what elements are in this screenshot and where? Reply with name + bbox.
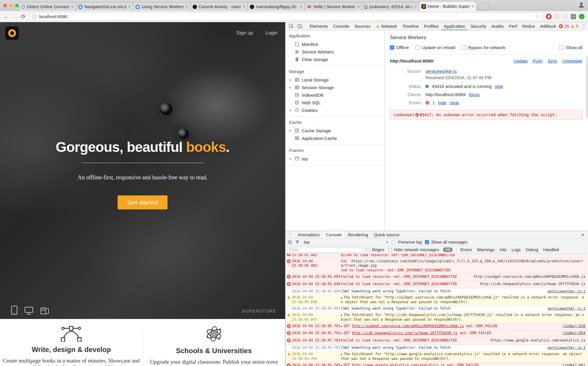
tab-close-icon[interactable]: ✕ [128,5,131,9]
drawer-tab-animations[interactable]: Animations [295,231,322,238]
device-toolbar-icon[interactable] [296,24,304,28]
devtools-tab-audits[interactable]: Audits [489,22,506,30]
console-source-link[interactable]: (index):654 [558,331,585,336]
warning-badge-icon[interactable] [570,25,575,28]
console-source-link[interactable]: http://cdn.heapanalytics.com/js/heap-197… [476,282,585,287]
execution-context-selector[interactable]: top ▼ [303,240,389,244]
bookmark-star-icon[interactable]: ☆ [535,13,540,20]
devtools-tab-timeline[interactable]: Timeline [400,22,421,30]
browser-tab-navigatoronline-onli[interactable]: NavigatorOnLine.onLine - Web✕ [76,2,133,11]
devtools-tab-security[interactable]: Security [468,22,489,30]
console-source-link[interactable]: serviceworker.js:1 [543,346,585,350]
sidebar-item-manifest[interactable]: Manifest [285,40,384,48]
push-link[interactable]: Push [533,58,542,63]
console-source-link[interactable]: (index):661 [558,363,585,366]
get-started-button[interactable]: Get started [118,195,168,209]
upload-extension-icon[interactable]: ↑ [579,14,584,19]
extension-icon[interactable] [563,14,568,19]
error-badge-icon[interactable] [559,24,563,28]
devtools-tab-perf[interactable]: Perf [506,22,520,30]
browser-tab-using-service-worker[interactable]: Using Service Workers - Web✕ [133,2,191,11]
unregister-link[interactable]: Unregister [562,58,582,63]
clear-link[interactable]: clear [450,100,459,105]
sidebar-item-cache-storage[interactable]: ▸Cache Storage [285,127,384,134]
devtools-tab-sources[interactable]: Sources [352,22,373,30]
offline-checkbox[interactable]: ✓ [390,45,394,50]
devtools-tab-elements[interactable]: Elements [307,22,331,30]
tab-close-icon[interactable]: ✕ [242,5,245,9]
level-filter-errors[interactable]: Errors [460,247,472,252]
browser-tab-detect-online-connec[interactable]: Detect Online Connection with✕ [19,2,76,11]
error-count[interactable]: 25 [564,24,569,29]
browser-tab-home-bubblin-superbo[interactable]: Home - Bubblin Superbooks |✕ [419,1,477,11]
source-file-link[interactable]: serviceworker.js [425,69,457,74]
back-button[interactable]: ← [4,13,9,20]
tab-close-icon[interactable]: ✕ [300,5,303,9]
extension-icon[interactable] [554,14,560,19]
page-info-icon[interactable]: i [32,14,37,19]
sidebar-item-web-sql[interactable]: Web SQL [285,99,384,106]
devtools-menu-icon[interactable]: ⋮ [580,23,587,29]
browser-tab-hello-service-worker[interactable]: MHello | Service Workers + Rails✕ [305,2,362,11]
devtools-tab-adblock[interactable]: AdBlock [538,22,559,30]
filter-input[interactable] [288,247,362,253]
drawer-close-icon[interactable]: ✕ [577,231,588,238]
sidebar-item-cookies[interactable]: ▸Cookies [285,106,384,114]
sign-up-link[interactable]: Sign up [236,30,253,36]
browser-tab-commit-activity-marv[interactable]: Commit Activity · marvindanig✕ [190,2,248,11]
tab-close-icon[interactable]: ✕ [414,5,417,9]
expand-triangle-icon[interactable]: ▶ [341,314,342,317]
adblock-icon[interactable] [546,14,552,19]
update-on-reload-checkbox[interactable]: ✓ [415,45,420,50]
filter-funnel-icon[interactable] [295,240,299,244]
new-tab-button[interactable] [478,3,490,10]
sync-link[interactable]: Sync [547,58,557,63]
tab-close-icon[interactable]: ✕ [471,4,474,8]
drawer-tab-console[interactable]: Console [322,231,345,238]
warning-count[interactable]: 5 [576,24,578,29]
level-filter-logs[interactable]: Logs [512,247,521,252]
console-source-link[interactable]: serviceworker.js:1 [543,289,585,294]
update-link[interactable]: Update [514,58,528,63]
forward-button[interactable]: → [12,13,18,20]
url-text[interactable]: localhost:8080 [39,14,67,19]
sidebar-item-local-storage[interactable]: ▸Local Storage [285,76,384,84]
scrollbar[interactable] [587,57,587,118]
filter-all-pill[interactable]: All [443,247,453,252]
sidebar-item-service-workers[interactable]: Service Workers [285,48,384,55]
share-extension-icon[interactable]: ↗ [571,14,576,19]
expand-triangle-icon[interactable]: ▶ [341,296,342,299]
devtools-tab-network[interactable]: Network [373,22,400,30]
profile-icon[interactable] [578,1,584,9]
show-all-checkbox[interactable]: ✓ [559,45,564,50]
expand-triangle-icon[interactable]: ▶ [341,364,342,366]
expand-triangle-icon[interactable]: ▶ [341,353,342,356]
sidebar-item-session-storage[interactable]: ▸Session Storage [285,84,384,91]
tab-close-icon[interactable]: ✕ [185,5,188,9]
hide-network-checkbox[interactable]: ✓ [388,248,392,252]
stop-link[interactable]: stop [495,84,503,89]
zoom-window-button[interactable] [15,4,19,7]
focus-link[interactable]: focus [469,92,479,97]
devtools-tab-profiles[interactable]: Profiles [421,22,441,30]
level-filter-handled[interactable]: Handled [543,247,559,252]
bubblin-logo[interactable] [5,26,19,40]
minimize-window-button[interactable] [9,4,13,7]
close-window-button[interactable] [4,4,7,7]
tab-close-icon[interactable]: ✕ [357,5,360,9]
sidebar-item-application-cache[interactable]: Application Cache [285,134,384,142]
expand-triangle-icon[interactable]: ▶ [341,325,342,328]
reload-button[interactable]: ⟳ [21,13,26,20]
tab-close-icon[interactable]: ✕ [71,5,74,9]
console-source-link[interactable]: (index):616 [558,324,585,329]
devtools-tab-application[interactable]: Application [441,22,468,30]
browser-tab-marvindanig-flippy-j[interactable]: marvindanig/flippy.JS: A fun ja✕ [247,2,305,11]
inspect-element-icon[interactable] [287,24,296,29]
sidebar-item-top[interactable]: ▸top [285,155,384,162]
drawer-menu-icon[interactable]: ⋮ [285,231,295,238]
superstore-link[interactable]: SUPERSTORE [242,308,276,313]
clear-console-icon[interactable] [288,240,292,244]
drawer-tab-rendering[interactable]: Rendering [345,231,371,238]
browser-tab--unknown-2514-an-unk[interactable]: (unknown): #2514: An unknow✕ [362,2,419,11]
sidebar-item-clear-storage[interactable]: Clear storage [285,55,384,63]
